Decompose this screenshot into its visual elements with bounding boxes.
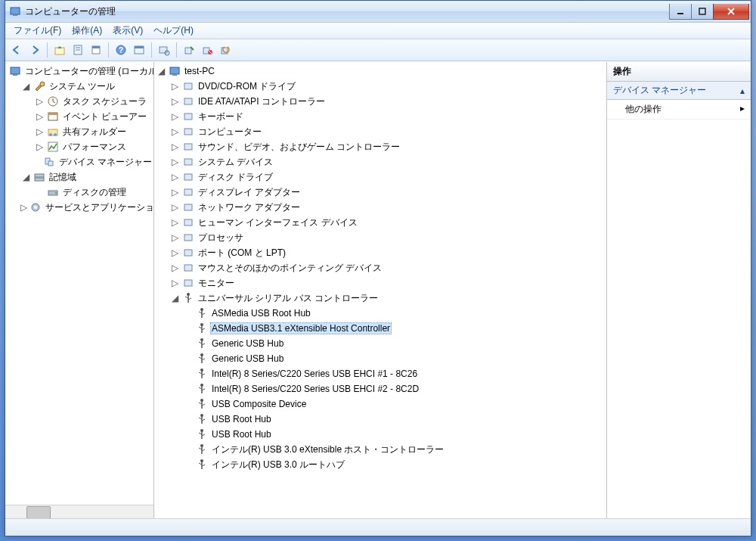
device-category[interactable]: ▷モニター bbox=[168, 275, 606, 291]
expand-icon[interactable]: ▷ bbox=[34, 96, 45, 107]
tree-services-apps[interactable]: ▷サービスとアプリケーション bbox=[19, 200, 153, 215]
tree-label: サービスとアプリケーション bbox=[44, 201, 154, 215]
device-item[interactable]: ▷インテル(R) USB 3.0 eXtensible ホスト・コントローラー bbox=[181, 442, 606, 457]
svg-point-66 bbox=[200, 459, 203, 462]
device-category[interactable]: ▷プロセッサ bbox=[168, 230, 606, 245]
tree-system-tools[interactable]: ◢ システム ツール bbox=[19, 79, 153, 94]
device-item[interactable]: ▷Generic USB Hub bbox=[181, 351, 606, 366]
collapse-icon[interactable]: ◢ bbox=[20, 81, 31, 92]
expand-icon[interactable]: ▷ bbox=[169, 141, 180, 152]
expand-icon[interactable]: ▷ bbox=[169, 202, 180, 213]
tree-device-manager[interactable]: ▷デバイス マネージャー bbox=[33, 154, 153, 169]
menu-action[interactable]: 操作(A) bbox=[67, 23, 107, 39]
device-category[interactable]: ▷ディスプレイ アダプター bbox=[168, 185, 606, 200]
device-category[interactable]: ▷ネットワーク アダプター bbox=[168, 200, 606, 215]
properties-button[interactable] bbox=[70, 42, 86, 58]
show-hidden-button[interactable] bbox=[131, 42, 147, 58]
expand-icon[interactable]: ▷ bbox=[169, 217, 180, 228]
collapse-icon[interactable]: ◢ bbox=[156, 66, 166, 76]
expand-icon[interactable]: ▷ bbox=[169, 232, 180, 243]
expand-icon[interactable]: ▷ bbox=[34, 141, 45, 152]
expand-icon[interactable]: ▷ bbox=[169, 172, 180, 182]
device-root[interactable]: ◢test-PC bbox=[154, 64, 606, 79]
tree-label: ASMedia USB Root Hub bbox=[210, 307, 312, 319]
collapse-icon[interactable]: ◢ bbox=[169, 293, 180, 303]
tree-label: タスク スケジューラ bbox=[61, 95, 148, 109]
device-item[interactable]: ▷Intel(R) 8 Series/C220 Series USB EHCI … bbox=[181, 366, 606, 381]
collapse-icon[interactable]: ◢ bbox=[20, 172, 31, 182]
tree-task-scheduler[interactable]: ▷タスク スケジューラ bbox=[33, 94, 153, 109]
maximize-button[interactable] bbox=[691, 4, 714, 20]
device-category[interactable]: ▷キーボード bbox=[168, 109, 606, 124]
device-item[interactable]: ▷ASMedia USB3.1 eXtensible Host Controll… bbox=[181, 321, 606, 336]
device-icon bbox=[182, 126, 194, 138]
svg-rect-48 bbox=[184, 189, 192, 195]
menu-view[interactable]: 表示(V) bbox=[107, 23, 148, 39]
device-item[interactable]: ▷Generic USB Hub bbox=[181, 336, 606, 351]
expand-icon[interactable]: ▷ bbox=[34, 111, 45, 122]
minimize-button[interactable] bbox=[669, 4, 692, 20]
device-item[interactable]: ▷USB Root Hub bbox=[181, 427, 606, 442]
svg-point-55 bbox=[187, 293, 190, 296]
actions-other[interactable]: 他の操作 ▸ bbox=[607, 100, 751, 120]
device-item[interactable]: ▷USB Root Hub bbox=[181, 412, 606, 427]
tree-performance[interactable]: ▷パフォーマンス bbox=[33, 139, 153, 154]
svg-point-62 bbox=[200, 399, 203, 402]
device-item[interactable]: ▷インテル(R) USB 3.0 ルートハブ bbox=[181, 457, 606, 472]
device-category[interactable]: ▷ヒューマン インターフェイス デバイス bbox=[168, 215, 606, 230]
expand-icon[interactable]: ▷ bbox=[169, 111, 180, 122]
menu-help[interactable]: ヘルプ(H) bbox=[148, 23, 199, 39]
tree-label: モニター bbox=[197, 276, 236, 291]
forward-button[interactable] bbox=[26, 42, 43, 58]
tree-label: Generic USB Hub bbox=[210, 337, 285, 350]
device-item[interactable]: ▷Intel(R) 8 Series/C220 Series USB EHCI … bbox=[181, 381, 606, 396]
device-icon bbox=[169, 65, 181, 77]
device-item[interactable]: ▷USB Composite Device bbox=[181, 396, 606, 412]
svg-rect-1 bbox=[13, 14, 17, 16]
device-category[interactable]: ▷システム デバイス bbox=[168, 154, 606, 169]
up-button[interactable] bbox=[51, 42, 68, 58]
device-category[interactable]: ▷コンピューター bbox=[168, 124, 606, 139]
scrollbar-thumb[interactable] bbox=[26, 506, 51, 518]
expand-icon[interactable]: ▷ bbox=[169, 263, 180, 273]
horizontal-scrollbar[interactable] bbox=[5, 505, 153, 518]
expand-icon[interactable]: ▷ bbox=[169, 187, 180, 197]
device-category[interactable]: ▷サウンド、ビデオ、およびゲーム コントローラー bbox=[168, 139, 606, 154]
device-category-usb[interactable]: ◢ユニバーサル シリアル バス コントローラー bbox=[168, 291, 606, 306]
tree-root[interactable]: コンピューターの管理 (ローカル) bbox=[5, 64, 153, 79]
export-button[interactable] bbox=[88, 42, 104, 58]
help-button[interactable]: ? bbox=[113, 42, 129, 58]
actions-band[interactable]: デバイス マネージャー ▴ bbox=[607, 82, 751, 100]
expand-icon[interactable]: ▷ bbox=[34, 126, 45, 137]
tree-storage[interactable]: ◢記憶域 bbox=[19, 169, 153, 185]
device-category[interactable]: ▷DVD/CD-ROM ドライブ bbox=[168, 79, 606, 94]
expand-icon[interactable]: ▷ bbox=[169, 126, 180, 137]
device-mgr-icon bbox=[43, 156, 55, 168]
expand-icon[interactable]: ▷ bbox=[169, 278, 180, 288]
scan-button[interactable] bbox=[156, 42, 172, 58]
device-category[interactable]: ▷ディスク ドライブ bbox=[168, 169, 606, 185]
svg-point-64 bbox=[200, 429, 203, 432]
device-icon bbox=[182, 110, 194, 123]
device-category[interactable]: ▷ポート (COM と LPT) bbox=[168, 245, 606, 260]
tree-label: システム デバイス bbox=[197, 155, 274, 169]
expand-icon[interactable]: ▷ bbox=[169, 157, 180, 167]
enable-button[interactable] bbox=[181, 42, 197, 58]
update-button[interactable] bbox=[217, 42, 234, 58]
expand-icon[interactable]: ▷ bbox=[169, 81, 180, 92]
tree-event-viewer[interactable]: ▷イベント ビューアー bbox=[33, 109, 153, 124]
device-category[interactable]: ▷IDE ATA/ATAPI コントローラー bbox=[168, 94, 606, 109]
tree-disk-mgmt[interactable]: ▷ディスクの管理 bbox=[33, 185, 153, 200]
close-button[interactable] bbox=[713, 4, 749, 20]
expand-icon[interactable]: ▷ bbox=[169, 96, 180, 107]
expand-icon[interactable]: ▷ bbox=[169, 247, 180, 258]
left-pane: コンピューターの管理 (ローカル) ◢ システム ツール ▷タスク スケジューラ bbox=[5, 62, 154, 518]
device-category[interactable]: ▷マウスとそのほかのポインティング デバイス bbox=[168, 260, 606, 275]
device-item[interactable]: ▷ASMedia USB Root Hub bbox=[181, 306, 606, 321]
disable-button[interactable] bbox=[199, 42, 215, 58]
menu-file[interactable]: ファイル(F) bbox=[8, 23, 67, 39]
svg-rect-49 bbox=[184, 204, 192, 210]
expand-icon[interactable]: ▷ bbox=[20, 202, 27, 213]
back-button[interactable] bbox=[8, 42, 25, 58]
tree-shared-folders[interactable]: ▷共有フォルダー bbox=[33, 124, 153, 139]
